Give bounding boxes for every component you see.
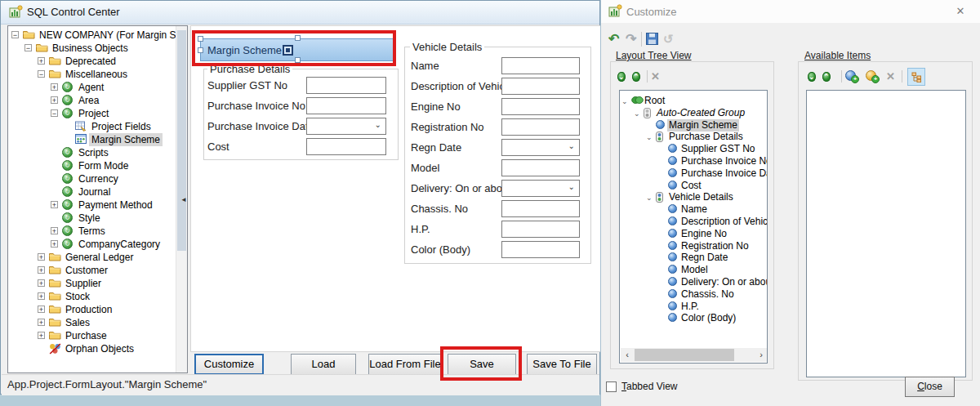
layout-tree-item[interactable]: ⌄Root (620, 95, 767, 107)
undo-icon[interactable]: ↶ (608, 33, 619, 46)
tree-item[interactable]: −Business Objects (8, 42, 176, 55)
tree-item[interactable]: +Stock (8, 290, 176, 303)
field-input[interactable] (501, 57, 580, 74)
tree-item[interactable]: +↻Payment Method (8, 199, 176, 212)
field-input[interactable] (501, 118, 580, 136)
layout-tree-item[interactable]: ⌄Purchase Details (620, 131, 767, 143)
expand-icon[interactable]: + (38, 332, 45, 339)
tree-item[interactable]: +↻Terms (8, 225, 176, 238)
field-input[interactable] (501, 78, 580, 95)
expand-icon[interactable]: + (38, 292, 45, 300)
field-combobox[interactable]: ⌄ (306, 118, 386, 135)
collapse-icon[interactable]: ⌄ (621, 96, 628, 108)
layout-tree-item[interactable]: Purchase Invoice Date (620, 167, 767, 180)
field-input[interactable] (501, 221, 580, 238)
revert-icon[interactable]: ↺ (663, 33, 674, 46)
tree-item[interactable]: ↻Scripts (8, 146, 176, 159)
layout-tree-item[interactable]: ⌄Vehicle Details (620, 191, 767, 203)
expand-icon[interactable]: + (38, 319, 45, 326)
close-icon[interactable]: ✕ (952, 4, 969, 19)
scrollbar-thumb[interactable] (177, 30, 186, 251)
tree-item[interactable]: ↻Style (8, 212, 176, 225)
field-input[interactable] (306, 138, 386, 155)
selection-handle[interactable] (295, 35, 301, 41)
layout-tree-item[interactable]: Delivery: On or about (620, 276, 767, 288)
selection-handle[interactable] (295, 57, 301, 63)
tree-item[interactable]: +↻Area (8, 94, 176, 107)
expand-icon[interactable]: + (38, 253, 45, 261)
available-items-list[interactable] (806, 90, 966, 377)
field-combobox[interactable]: ⌄ (501, 139, 580, 156)
load-button[interactable]: Load (291, 354, 356, 375)
expand-icon[interactable]: + (51, 227, 58, 234)
add-all-icon[interactable]: + (845, 70, 857, 82)
layout-tree-item[interactable]: Color (Body) (620, 312, 767, 324)
layout-tree-item[interactable]: Purchase Invoice No (620, 155, 767, 167)
tree-item[interactable]: +Purchase (8, 329, 176, 342)
tree-item[interactable]: −↻Project (8, 107, 176, 120)
expand-icon[interactable]: + (51, 240, 58, 248)
layout-tree-item[interactable]: Description of Vehicle (620, 216, 767, 228)
tree-item[interactable]: Project Fields (8, 120, 176, 133)
customize-button[interactable]: Customize (194, 354, 264, 375)
expand-icon[interactable]: + (38, 57, 45, 65)
load-from-file-button[interactable]: Load From File ... (368, 354, 442, 375)
collapse-icon[interactable]: ⌄ (646, 192, 653, 204)
collapse-icon[interactable]: − (24, 44, 32, 51)
layout-tree-hscrollbar[interactable]: ‹ › (621, 348, 768, 362)
field-input[interactable] (501, 98, 580, 115)
close-button[interactable]: Close (905, 377, 955, 397)
field-input[interactable] (501, 200, 580, 217)
field-combobox[interactable]: ⌄ (501, 180, 580, 197)
tree-item[interactable]: ↻Journal (8, 185, 176, 199)
move-up-icon[interactable]: ⌃ (632, 72, 640, 82)
field-input[interactable] (501, 159, 580, 176)
panel-splitter-collapse[interactable]: ◄ (180, 194, 188, 206)
collapse-icon[interactable]: − (51, 109, 58, 117)
tree-item[interactable]: ↻Currency (8, 172, 176, 185)
field-input[interactable] (306, 97, 386, 114)
tree-view-icon[interactable] (907, 68, 925, 86)
add-item-icon[interactable]: + (866, 70, 877, 82)
collapse-icon[interactable]: ⌄ (634, 108, 640, 120)
collapse-icon[interactable]: − (11, 31, 19, 38)
tree-item[interactable]: +Sales (8, 316, 176, 329)
selection-handle[interactable] (198, 47, 203, 53)
delete-icon[interactable]: ✕ (886, 70, 895, 83)
tree-item[interactable]: Margin Scheme (8, 133, 176, 146)
layout-tree-item[interactable]: H.P. (620, 301, 767, 313)
layout-tree-item[interactable]: Margin Scheme (620, 119, 767, 132)
expand-icon[interactable]: + (38, 279, 45, 287)
expand-icon[interactable]: + (51, 83, 58, 91)
tree-item[interactable]: +↻Agent (8, 81, 176, 94)
layout-tree-item[interactable]: Name (620, 203, 767, 216)
tree-item[interactable]: Orphan Objects (8, 342, 176, 355)
field-input[interactable] (306, 77, 386, 94)
tree-item[interactable]: +Deprecated (8, 55, 176, 68)
layout-tree-item[interactable]: Engine No (620, 228, 767, 240)
tree-item[interactable]: +↻CompanyCategory (8, 238, 176, 251)
tree-item[interactable]: +Production (8, 303, 176, 316)
collapse-icon[interactable]: − (38, 70, 45, 78)
save-icon[interactable] (646, 33, 658, 45)
tabbed-view-checkbox[interactable] (606, 381, 617, 392)
move-down-icon[interactable]: ⌄ (808, 72, 816, 82)
tree-item[interactable]: −Miscellaneous (8, 68, 176, 81)
selection-handle[interactable] (198, 36, 203, 42)
scroll-left-icon[interactable]: ‹ (621, 348, 634, 362)
redo-icon[interactable]: ↷ (626, 33, 636, 46)
delete-icon[interactable]: ✕ (651, 70, 660, 83)
save-to-file-button[interactable]: Save To File ... (527, 354, 597, 375)
collapse-icon[interactable]: ⌄ (646, 132, 653, 144)
tree-item[interactable]: −NEW COMPANY (For Margin Scheme (8, 29, 176, 42)
scrollbar-thumb[interactable] (635, 349, 734, 361)
expand-icon[interactable]: + (51, 96, 58, 104)
layout-tree-item[interactable]: Regn Date (620, 252, 767, 264)
field-input[interactable] (501, 241, 580, 258)
tree-item[interactable]: ↻Form Mode (8, 159, 176, 172)
scroll-right-icon[interactable]: › (755, 348, 768, 362)
layout-tree-item[interactable]: Cost (620, 180, 767, 192)
layout-tree-item[interactable]: Chassis. No (620, 288, 767, 301)
layout-tree-item[interactable]: Supplier GST No (620, 143, 767, 155)
tree-item[interactable]: +Customer (8, 264, 176, 277)
